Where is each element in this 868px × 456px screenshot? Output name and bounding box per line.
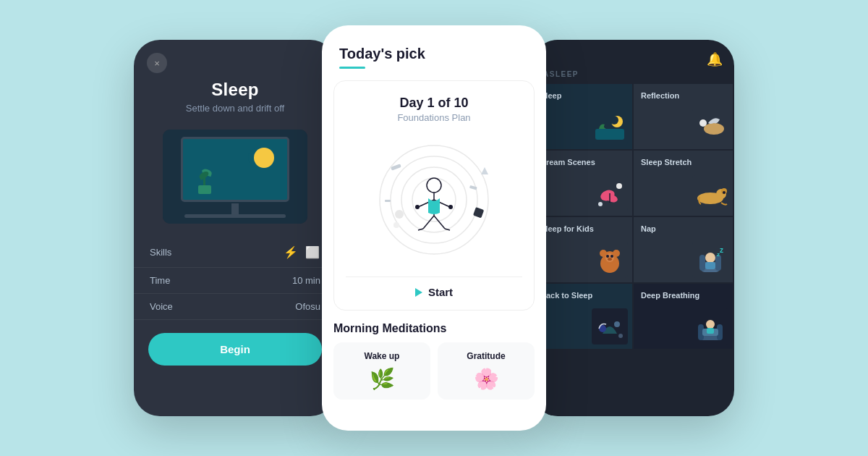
svg-point-52	[618, 334, 623, 338]
svg-point-17	[610, 116, 618, 124]
svg-point-12	[415, 205, 420, 209]
svg-rect-59	[707, 328, 714, 334]
cell-back-sleep-icon	[592, 308, 628, 345]
card-plan-label: Foundations Plan	[346, 112, 522, 123]
svg-point-10	[393, 222, 399, 228]
svg-point-9	[395, 210, 404, 219]
svg-point-58	[706, 320, 715, 329]
svg-point-40	[608, 258, 612, 261]
cell-reflection-icon	[692, 109, 728, 145]
svg-rect-46	[705, 262, 715, 269]
voice-label: Voice	[150, 301, 173, 312]
day-card: Day 1 of 10 Foundations Plan	[333, 80, 535, 311]
sleep-illustration	[163, 130, 307, 224]
wakeup-icon: 🌿	[341, 367, 423, 391]
grid-cell-reflection[interactable]: Reflection	[634, 84, 733, 149]
cell-reflection-title: Reflection	[641, 91, 726, 100]
cell-sleep-kids-icon	[592, 242, 628, 278]
cell-sleep-kids-title: Sleep for Kids	[540, 224, 625, 233]
info-rows: Skills ⚡ ⬜ Time 10 min Voice Ofosu	[134, 237, 336, 320]
grid-cell-sleep-stretch[interactable]: Sleep Stretch	[634, 151, 733, 216]
svg-rect-6	[469, 185, 477, 190]
skills-label: Skills	[150, 247, 171, 258]
todays-pick-header: Today's pick	[322, 25, 546, 69]
cell-deep-breathing-title: Deep Breathing	[641, 291, 726, 300]
cell-nap-icon: z z	[692, 242, 728, 278]
svg-point-13	[448, 205, 453, 209]
section-label: ASLEEP	[532, 67, 734, 84]
svg-point-45	[705, 253, 715, 263]
gratitude-icon: 🌸	[445, 367, 527, 391]
svg-point-25	[616, 183, 622, 189]
cell-dream-title: Dream Scenes	[540, 158, 625, 166]
play-icon	[415, 288, 422, 297]
svg-rect-15	[595, 129, 624, 140]
svg-point-51	[614, 321, 620, 327]
svg-point-26	[598, 202, 603, 206]
center-phone: Today's pick Day 1 of 10 Foundations Pla…	[322, 25, 546, 431]
teal-accent-line	[339, 67, 365, 69]
svg-rect-7	[473, 207, 484, 218]
svg-text:z: z	[720, 246, 723, 254]
svg-point-36	[613, 250, 620, 257]
close-icon: ×	[154, 58, 160, 69]
skill-icon-2: ⬜	[305, 244, 320, 260]
svg-point-39	[610, 255, 613, 258]
cell-sleep-stretch-icon	[692, 175, 728, 211]
cell-deep-breathing-icon	[692, 308, 728, 345]
cell-nap-title: Nap	[641, 224, 726, 233]
morning-card-wakeup[interactable]: Wake up 🌿	[333, 342, 430, 400]
morning-section: Morning Meditations Wake up 🌿 Gratitude …	[322, 311, 546, 400]
time-row: Time 10 min	[134, 268, 336, 294]
svg-point-20	[699, 119, 707, 127]
morning-title: Morning Meditations	[333, 322, 535, 335]
cell-back-sleep-title: Back to Sleep	[540, 291, 625, 300]
left-phone: × Sleep Settle down and drift off Skills…	[134, 40, 336, 416]
todays-pick-title: Today's pick	[339, 46, 529, 62]
svg-point-11	[427, 178, 441, 193]
svg-point-31	[723, 191, 726, 194]
close-button[interactable]: ×	[147, 53, 167, 73]
top-bar: 🔔	[532, 40, 734, 67]
cell-dream-icon	[592, 175, 628, 211]
svg-point-35	[600, 250, 607, 257]
grid-cell-back-to-sleep[interactable]: Back to Sleep	[533, 284, 632, 349]
skills-row: Skills ⚡ ⬜	[134, 237, 336, 268]
svg-rect-43	[699, 255, 705, 271]
start-label: Start	[428, 286, 453, 298]
category-grid: Sleep Reflection Dream Scenes	[532, 84, 734, 349]
svg-point-19	[704, 123, 724, 135]
svg-marker-8	[481, 167, 488, 174]
skill-icon-1: ⚡	[283, 244, 299, 260]
meditation-illustration	[369, 135, 499, 265]
voice-value: Ofosu	[295, 301, 320, 312]
right-phone: 🔔 ASLEEP Sleep Reflection Dream Sce	[532, 40, 734, 416]
begin-button[interactable]: Begin	[148, 333, 322, 366]
skills-icons: ⚡ ⬜	[283, 244, 320, 260]
card-day-label: Day 1 of 10	[346, 96, 522, 111]
grid-cell-deep-breathing[interactable]: Deep Breathing	[634, 284, 733, 349]
svg-point-38	[606, 255, 609, 258]
notification-bell-icon[interactable]: 🔔	[707, 51, 723, 67]
grid-cell-sleep-kids[interactable]: Sleep for Kids	[533, 217, 632, 282]
cell-sleep-title: Sleep	[540, 91, 625, 100]
start-button[interactable]: Start	[346, 276, 522, 298]
cell-sleep-icon	[592, 109, 628, 145]
grid-cell-nap[interactable]: Nap z z	[634, 217, 733, 282]
time-label: Time	[150, 275, 170, 286]
wakeup-title: Wake up	[341, 351, 423, 361]
grid-cell-dream-scenes[interactable]: Dream Scenes	[533, 151, 632, 216]
sleep-subtitle: Settle down and drift off	[134, 103, 336, 114]
morning-card-gratitude[interactable]: Gratitude 🌸	[438, 342, 535, 400]
voice-row: Voice Ofosu	[134, 294, 336, 320]
grid-cell-sleep[interactable]: Sleep	[533, 84, 632, 149]
morning-cards-container: Wake up 🌿 Gratitude 🌸	[333, 342, 535, 400]
time-value: 10 min	[292, 275, 320, 286]
cell-sleep-stretch-title: Sleep Stretch	[641, 158, 726, 166]
svg-rect-5	[385, 200, 391, 202]
gratitude-title: Gratitude	[445, 351, 527, 361]
